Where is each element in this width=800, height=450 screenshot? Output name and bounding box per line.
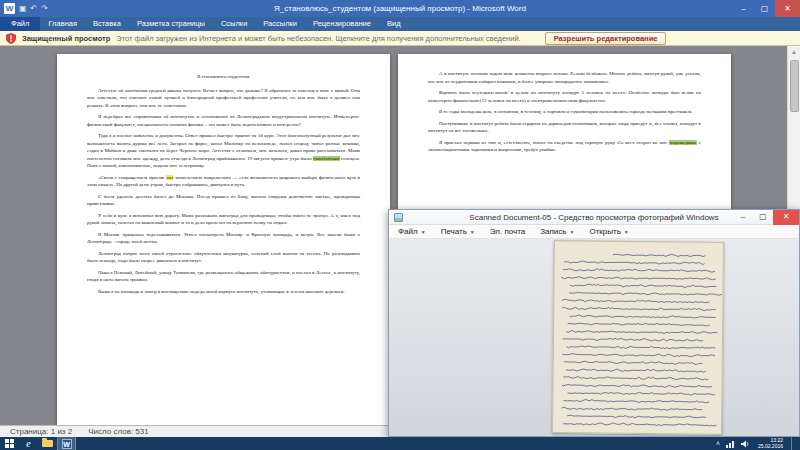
viewer-menu-Эл. почта[interactable]: Эл. почта — [490, 227, 525, 236]
system-tray: ˄ 13:22 25.02.2016 — [716, 437, 800, 450]
paragraph: В Москве пришлось пересаживаться. Успел … — [87, 231, 360, 246]
ribbon-tab-Рассылки[interactable]: Рассылки — [255, 17, 305, 31]
start-button[interactable] — [0, 437, 19, 450]
protected-view-label: Защищенный просмотр — [22, 34, 110, 43]
paragraph: Я перебрал все справочники об институтах… — [87, 113, 360, 128]
maximize-icon[interactable]: ▢ — [753, 210, 773, 225]
maximize-icon[interactable]: ▢ — [754, 0, 775, 17]
word-app-icon[interactable]: W — [4, 3, 15, 14]
word-title-bar: W ▣ ↶ ↷ Я_становлюсь_студентом (защищенн… — [0, 0, 800, 17]
enable-editing-button[interactable]: Разрешить редактирование — [545, 32, 667, 45]
taskbar-clock[interactable]: 13:22 25.02.2016 — [756, 437, 785, 450]
chevron-down-icon: ▼ — [569, 229, 574, 235]
paragraph: Поступившие в институт ребята были серди… — [428, 120, 701, 135]
viewer-title-bar: Scanned Document-05 - Средство просмотра… — [389, 210, 799, 225]
taskbar-file-explorer[interactable] — [38, 437, 57, 450]
ribbon-tab-Вставка[interactable]: Вставка — [85, 17, 129, 31]
shield-icon — [6, 33, 16, 44]
protected-view-bar: Защищенный просмотр Этот файл загружен и… — [0, 31, 800, 46]
ribbon-tab-Вид[interactable]: Вид — [379, 17, 409, 31]
show-desktop-strip[interactable] — [791, 437, 796, 450]
chevron-down-icon: ▼ — [470, 229, 475, 235]
minimize-icon[interactable]: – — [733, 0, 754, 17]
viewer-menu-Файл[interactable]: Файл▼ — [398, 227, 426, 236]
scrollbar-thumb[interactable] — [790, 60, 799, 112]
minimize-icon[interactable]: – — [733, 210, 753, 225]
viewer-content — [389, 239, 799, 436]
scroll-up-icon[interactable]: ▲ — [788, 46, 800, 58]
taskbar-internet-explorer[interactable]: e — [19, 437, 38, 450]
undo-icon[interactable]: ↶ — [31, 4, 38, 14]
ribbon-tab-Разметка страницы[interactable]: Разметка страницы — [129, 17, 213, 31]
ribbon-tab-Ссылки[interactable]: Ссылки — [213, 17, 255, 31]
save-icon[interactable]: ▣ — [19, 4, 27, 14]
close-icon[interactable]: ✕ — [773, 210, 799, 225]
viewer-menu-bar: Файл▼Печать▼Эл. почтаЗапись▼Открыть▼ — [389, 225, 799, 239]
quick-access-toolbar: W ▣ ↶ ↷ — [0, 3, 48, 14]
ribbon-tab-row: ФайлГлавнаяВставкаРазметка страницыСсылк… — [0, 17, 800, 31]
photo-viewer-app-icon — [394, 213, 403, 222]
paragraph: Я приехал первым из них и, естественно, … — [428, 139, 701, 154]
paragraph: Нашел Невский, Литейный, улицу Толмачева… — [87, 269, 360, 284]
taskbar: e W ˄ 13:22 25.02.2016 — [0, 437, 800, 450]
word-count[interactable]: Число слов: 531 — [88, 426, 148, 438]
paragraph: У себя в купе я вспомнил всю дорогу. Мам… — [87, 212, 360, 227]
paragraph: Ленинград потряс меня своей строгостью: … — [87, 250, 360, 265]
internet-explorer-icon: e — [26, 438, 31, 449]
folder-icon — [42, 440, 53, 447]
viewer-window-controls: – ▢ ✕ — [733, 210, 799, 225]
paragraph: «Связи с сокращением приема зыт зачислен… — [87, 174, 360, 189]
paragraph: Аттестат об окончании средней школы полу… — [87, 87, 360, 110]
windows-logo-icon — [5, 439, 14, 448]
clock-date: 25.02.2016 — [758, 444, 783, 450]
chevron-down-icon: ▼ — [624, 229, 629, 235]
redo-icon[interactable]: ↷ — [41, 4, 48, 14]
paragraph: С боем удалось достать билет до Москвы. … — [87, 193, 360, 208]
ribbon-tab-Главная[interactable]: Главная — [40, 17, 85, 31]
page-indicator[interactable]: Страница: 1 из 2 — [10, 426, 72, 438]
word-icon: W — [62, 439, 72, 449]
hidden-icons-chevron-icon[interactable]: ˄ — [716, 440, 720, 448]
scanned-handwriting-image — [552, 240, 724, 435]
paragraph: Картина была неутешительной: в целом по … — [428, 89, 701, 104]
photo-viewer-window: Scanned Document-05 - Средство просмотра… — [388, 209, 800, 437]
ribbon-tab-Рецензирование[interactable]: Рецензирование — [305, 17, 379, 31]
paragraph: Вышел на площадь и замер в восхищении: п… — [87, 288, 360, 296]
viewer-menu-Печать[interactable]: Печать▼ — [441, 227, 475, 236]
chevron-down-icon: ▼ — [421, 229, 426, 235]
network-icon[interactable] — [726, 440, 735, 448]
paragraph: А в институте полным ходом шли экзамены … — [428, 70, 701, 85]
paragraph: Туда я и послал заявление и документы. О… — [87, 132, 360, 170]
paragraph: Я становлюсь студентом. — [87, 73, 360, 81]
taskbar-word-active[interactable]: W — [57, 437, 76, 450]
viewer-menu-Открыть[interactable]: Открыть▼ — [589, 227, 628, 236]
document-page-1: Я становлюсь студентом.Аттестат об оконч… — [57, 54, 390, 425]
window-title: Я_становлюсь_студентом (защищенный просм… — [0, 0, 800, 17]
viewer-menu-Запись[interactable]: Запись▼ — [540, 227, 574, 236]
protected-view-text: Этот файл загружен из Интернета и может … — [116, 34, 520, 43]
close-icon[interactable]: ✕ — [775, 0, 800, 17]
word-window-controls: – ▢ ✕ — [733, 0, 800, 17]
ribbon-tab-Файл[interactable]: Файл — [0, 17, 40, 31]
paragraph: В те годы молодежь шла, в основном, в те… — [428, 108, 701, 116]
volume-icon[interactable] — [741, 440, 750, 448]
